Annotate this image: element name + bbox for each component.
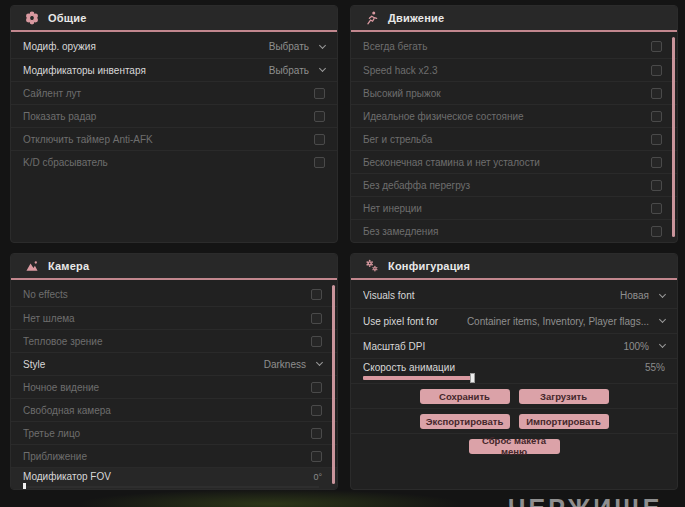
panel-title: Камера — [48, 260, 89, 272]
row-disable-anti-afk-timer: Отключить таймер Anti-AFK — [11, 127, 337, 150]
row-label: Нет инерции — [363, 203, 651, 214]
anti-afk-checkbox[interactable] — [314, 134, 325, 145]
style-dropdown[interactable]: Darkness — [264, 359, 322, 370]
row-inventory-modifiers: Модификаторы инвентаря Выбрать — [11, 58, 337, 81]
row-no-inertia: Нет инерции — [351, 196, 677, 219]
panel-general-header[interactable]: Общие — [11, 6, 337, 32]
chevron-down-icon — [319, 41, 326, 48]
high-jump-checkbox[interactable] — [651, 88, 662, 99]
row-fov-modifier: Модификатор FOV 0° — [11, 467, 337, 490]
no-inertia-checkbox[interactable] — [651, 203, 662, 214]
free-camera-checkbox[interactable] — [311, 405, 322, 416]
row-label: Модификатор FOV — [23, 471, 313, 482]
show-radar-checkbox[interactable] — [314, 111, 325, 122]
panel-title: Общие — [48, 12, 87, 24]
zoom-checkbox[interactable] — [311, 451, 322, 462]
no-overload-debuff-checkbox[interactable] — [651, 180, 662, 191]
row-label: Отключить таймер Anti-AFK — [23, 134, 314, 145]
row-label: Показать радар — [23, 111, 314, 122]
third-person-checkbox[interactable] — [311, 428, 322, 439]
row-visuals-font: Visuals font Новая — [351, 283, 677, 308]
silent-loot-checkbox[interactable] — [314, 88, 325, 99]
row-label: Нет шлема — [23, 313, 311, 324]
panel-movement-header[interactable]: Движение — [351, 6, 677, 32]
movement-scrollbar[interactable] — [672, 37, 675, 237]
row-label: Скорость анимации — [363, 362, 645, 373]
fov-slider-handle[interactable] — [23, 483, 26, 490]
row-show-radar: Показать радар — [11, 104, 337, 127]
export-button[interactable]: Экспортировать — [420, 414, 510, 429]
flower-icon — [25, 11, 39, 25]
row-no-slowdown: Без замедления — [351, 219, 677, 242]
weapon-modifier-dropdown[interactable]: Выбрать — [269, 41, 325, 52]
fov-slider[interactable] — [23, 486, 319, 488]
dropdown-value: Container items, Inventory, Player flags… — [467, 316, 649, 327]
row-label: Идеальное физическое состояние — [363, 111, 651, 122]
panel-general: Общие Модиф. оружия Выбрать Модификаторы… — [10, 5, 338, 243]
panel-movement: Движение Всегда бегать Speed hack x2.3 В… — [350, 5, 678, 243]
row-label: Свободная камера — [23, 405, 311, 416]
infinite-stamina-checkbox[interactable] — [651, 157, 662, 168]
row-label: No effects — [23, 289, 311, 300]
row-silent-loot: Сайлент лут — [11, 81, 337, 104]
import-button[interactable]: Импортировать — [519, 414, 609, 429]
row-label: Style — [23, 359, 264, 370]
dropdown-value: 100% — [623, 341, 649, 352]
config-buttons-row-1: Сохранить Загрузить — [351, 383, 677, 408]
no-slowdown-checkbox[interactable] — [651, 226, 662, 237]
no-effects-checkbox[interactable] — [311, 289, 322, 300]
reset-menu-layout-button[interactable]: Сброс макета меню — [469, 439, 560, 454]
camera-scrollbar[interactable] — [332, 285, 335, 484]
row-third-person: Третье лицо — [11, 421, 337, 444]
run-and-shoot-checkbox[interactable] — [651, 134, 662, 145]
row-speed-hack: Speed hack x2.3 — [351, 58, 677, 81]
config-buttons-row-3: Сброс макета меню — [351, 433, 677, 458]
row-run-and-shoot: Бег и стрельба — [351, 127, 677, 150]
animation-speed-slider[interactable] — [363, 376, 473, 380]
no-helmet-checkbox[interactable] — [311, 313, 322, 324]
row-no-effects: No effects — [11, 283, 337, 306]
row-thermal-vision: Тепловое зрение — [11, 329, 337, 352]
inventory-modifiers-dropdown[interactable]: Выбрать — [269, 65, 325, 76]
config-buttons-row-2: Экспортировать Импортировать — [351, 408, 677, 433]
row-kd-resetter: K/D сбрасыватель — [11, 150, 337, 173]
row-label: Ночное видение — [23, 382, 311, 393]
dpi-scale-dropdown[interactable]: 100% — [623, 341, 665, 352]
chevron-down-icon — [659, 341, 666, 348]
dropdown-value: Выбрать — [269, 41, 309, 52]
visuals-font-dropdown[interactable]: Новая — [620, 290, 665, 301]
row-weapon-modifier: Модиф. оружия Выбрать — [11, 35, 337, 58]
chevron-down-icon — [316, 359, 323, 366]
row-no-helmet: Нет шлема — [11, 306, 337, 329]
row-pixel-font: Use pixel font for Container items, Inve… — [351, 308, 677, 333]
load-button[interactable]: Загрузить — [519, 389, 609, 404]
row-style: Style Darkness — [11, 352, 337, 375]
animation-speed-slider-handle[interactable] — [470, 373, 475, 383]
kd-resetter-checkbox[interactable] — [314, 157, 325, 168]
gears-icon — [365, 259, 379, 273]
animation-speed-value: 55% — [645, 362, 665, 373]
row-label: Сайлент лут — [23, 88, 314, 99]
panel-config-header[interactable]: Конфигурация — [351, 254, 677, 280]
game-background-glow — [70, 489, 470, 507]
perfect-condition-checkbox[interactable] — [651, 111, 662, 122]
chevron-down-icon — [659, 316, 666, 323]
night-vision-checkbox[interactable] — [311, 382, 322, 393]
row-label: Visuals font — [363, 290, 620, 301]
save-button[interactable]: Сохранить — [420, 389, 510, 404]
speed-hack-checkbox[interactable] — [651, 65, 662, 76]
panel-camera-header[interactable]: Камера — [11, 254, 337, 280]
always-run-checkbox[interactable] — [651, 41, 662, 52]
row-label: K/D сбрасыватель — [23, 157, 314, 168]
row-label: Speed hack x2.3 — [363, 65, 651, 76]
row-label: Модиф. оружия — [23, 41, 269, 52]
dropdown-value: Darkness — [264, 359, 306, 370]
fov-value: 0° — [313, 472, 322, 482]
thermal-vision-checkbox[interactable] — [311, 336, 322, 347]
panel-title: Движение — [388, 12, 444, 24]
row-label: Use pixel font for — [363, 316, 467, 327]
dropdown-value: Новая — [620, 290, 649, 301]
row-zoom: Приближение — [11, 444, 337, 467]
row-dpi-scale: Масштаб DPI 100% — [351, 333, 677, 358]
pixel-font-dropdown[interactable]: Container items, Inventory, Player flags… — [467, 316, 665, 327]
